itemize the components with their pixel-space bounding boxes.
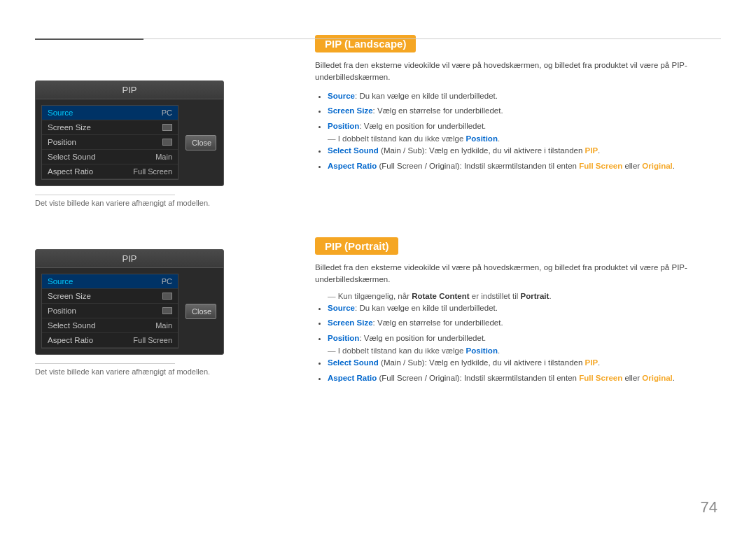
- portrait-note-line: [35, 363, 175, 364]
- landscape-sound-text: : Vælg en lydkilde, du vil aktivere i ti…: [425, 146, 585, 155]
- top-accent-line: [35, 38, 144, 40]
- portrait-ratio-mid: (Full Screen / Original): [377, 374, 459, 382]
- landscape-heading: PIP (Landscape): [315, 35, 416, 52]
- portrait-text-section: PIP (Portrait) Billedet fra den eksterne…: [315, 237, 721, 386]
- landscape-sound-mid: (Main / Sub): [379, 146, 425, 155]
- portrait-sound-term: Select Sound: [328, 358, 379, 367]
- pip-landscape-title: PIP: [36, 81, 223, 99]
- pip-source-row[interactable]: Source PC: [42, 106, 178, 120]
- portrait-source-term: Source: [328, 304, 355, 312]
- landscape-widget-section: PIP Source PC Screen Size: [35, 73, 273, 207]
- pip-position-row[interactable]: Position: [42, 135, 178, 150]
- landscape-sound-term: Select Sound: [328, 146, 379, 155]
- pip-landscape-menu: Source PC Screen Size Position: [41, 105, 178, 180]
- right-spacer: [315, 174, 721, 216]
- portrait-bullets-2: Select Sound (Main / Sub): Vælg en lydki…: [315, 356, 721, 385]
- landscape-sound-pip: PIP: [585, 146, 598, 155]
- landscape-intro: Billedet fra den eksterne videokilde vil…: [315, 59, 721, 84]
- pip-selectsound-value: Main: [155, 153, 172, 161]
- pip-landscape-close-container: Close: [184, 105, 218, 180]
- portrait-rotate-portrait-term: Portrait: [520, 292, 549, 300]
- portrait-note-rotate: Kun tilgængelig, når Rotate Content er i…: [315, 292, 721, 300]
- portrait-sound-mid: (Main / Sub): [379, 358, 425, 367]
- pip-aspectratio-value: Full Screen: [133, 167, 172, 176]
- portrait-ratio-hl2: Original: [642, 374, 672, 382]
- landscape-ratio-hl1: Full Screen: [579, 162, 622, 170]
- pip-portrait-aspectratio-row[interactable]: Aspect Ratio Full Screen: [42, 333, 178, 348]
- landscape-note: Det viste billede kan variere afhængigt …: [35, 195, 273, 207]
- portrait-bullet-screensize: Screen Size: Vælg en størrelse for under…: [328, 316, 721, 330]
- landscape-text-section: PIP (Landscape) Billedet fra den ekstern…: [315, 35, 721, 174]
- landscape-source-text: : Du kan vælge en kilde til underbillede…: [355, 92, 498, 100]
- portrait-intro: Billedet fra den eksterne videokilde vil…: [315, 262, 721, 286]
- landscape-source-term: Source: [328, 92, 355, 100]
- pip-portrait-screensize-row[interactable]: Screen Size: [42, 289, 178, 304]
- landscape-bullets: Source: Du kan vælge en kilde til underb…: [315, 90, 721, 134]
- pip-portrait-screensize-icon: [162, 293, 172, 300]
- portrait-position-text: : Vælg en position for underbilledet.: [359, 334, 486, 342]
- portrait-ratio-term: Aspect Ratio: [328, 374, 377, 382]
- portrait-screensize-text: : Vælg en størrelse for underbilledet.: [373, 318, 503, 327]
- landscape-bullet-source: Source: Du kan vælge en kilde til underb…: [328, 90, 721, 104]
- pip-portrait-source-value: PC: [162, 277, 172, 286]
- landscape-ratio-mid: (Full Screen / Original): [377, 162, 459, 170]
- landscape-bullet-ratio: Aspect Ratio (Full Screen / Original): I…: [328, 160, 721, 174]
- portrait-widget-section: PIP Source PC Screen Size: [35, 242, 273, 376]
- landscape-position-highlight: Position: [466, 134, 498, 143]
- landscape-ratio-text: : Indstil skærmtilstanden til enten: [460, 162, 580, 170]
- landscape-note-line: [35, 195, 175, 195]
- pip-source-value: PC: [162, 108, 172, 117]
- portrait-ratio-text: : Indstil skærmtilstanden til enten: [460, 374, 580, 382]
- portrait-ratio-or: eller: [622, 374, 642, 382]
- pip-portrait-selectsound-value: Main: [155, 321, 172, 330]
- portrait-sound-pip: PIP: [585, 358, 598, 367]
- landscape-sound-end: .: [598, 146, 600, 155]
- landscape-bullets-2: Select Sound (Main / Sub): Vælg en lydki…: [315, 144, 721, 173]
- right-column: PIP (Landscape) Billedet fra den ekstern…: [273, 28, 721, 513]
- pip-portrait-source-label: Source: [48, 277, 73, 286]
- left-column: PIP Source PC Screen Size: [35, 28, 273, 513]
- pip-portrait-aspectratio-label: Aspect Ratio: [48, 336, 93, 344]
- portrait-heading: PIP (Portrait): [315, 237, 398, 255]
- pip-portrait-menu: Source PC Screen Size Position: [41, 274, 178, 349]
- portrait-position-highlight: Position: [466, 346, 498, 355]
- landscape-note-text: Det viste billede kan variere afhængigt …: [35, 199, 210, 207]
- portrait-bullet-ratio: Aspect Ratio (Full Screen / Original): I…: [328, 372, 721, 386]
- pip-portrait-title: PIP: [36, 250, 223, 268]
- pip-position-icon: [162, 139, 172, 146]
- page-number: 74: [701, 498, 718, 517]
- portrait-bullet-position: Position: Vælg en position for underbill…: [328, 332, 721, 346]
- pip-screensize-row[interactable]: Screen Size: [42, 120, 178, 135]
- pip-landscape-body: Source PC Screen Size Position: [36, 99, 223, 185]
- pip-portrait-close-container: Close: [184, 274, 218, 349]
- pip-selectsound-row[interactable]: Select Sound Main: [42, 150, 178, 164]
- portrait-note-text: Det viste billede kan variere afhængigt …: [35, 367, 210, 376]
- pip-portrait-source-row[interactable]: Source PC: [42, 274, 178, 289]
- pip-landscape-widget: PIP Source PC Screen Size: [35, 80, 224, 186]
- landscape-ratio-hl2: Original: [642, 162, 672, 170]
- pip-portrait-position-label: Position: [48, 307, 76, 315]
- pip-aspectratio-row[interactable]: Aspect Ratio Full Screen: [42, 164, 178, 179]
- landscape-bullet-position: Position: Vælg en position for underbill…: [328, 120, 721, 134]
- landscape-ratio-term: Aspect Ratio: [328, 162, 377, 170]
- landscape-position-term: Position: [328, 122, 359, 130]
- landscape-bullet-screensize: Screen Size: Vælg en størrelse for under…: [328, 104, 721, 118]
- landscape-screensize-term: Screen Size: [328, 106, 373, 115]
- pip-landscape-close-button[interactable]: Close: [186, 135, 216, 150]
- pip-portrait-position-row[interactable]: Position: [42, 304, 178, 318]
- portrait-ratio-end: .: [673, 374, 675, 382]
- landscape-ratio-end: .: [673, 162, 675, 170]
- pip-portrait-body: Source PC Screen Size Position: [36, 268, 223, 354]
- portrait-note-position: I dobbelt tilstand kan du ikke vælge Pos…: [315, 346, 721, 355]
- pip-portrait-close-button[interactable]: Close: [186, 304, 216, 319]
- portrait-ratio-hl1: Full Screen: [579, 374, 622, 382]
- portrait-bullets: Source: Du kan vælge en kilde til underb…: [315, 302, 721, 346]
- pip-portrait-selectsound-row[interactable]: Select Sound Main: [42, 318, 178, 333]
- landscape-screensize-text: : Vælg en størrelse for underbilledet.: [373, 106, 503, 115]
- portrait-note: Det viste billede kan variere afhængigt …: [35, 363, 273, 376]
- portrait-bullet-source: Source: Du kan vælge en kilde til underb…: [328, 302, 721, 316]
- pip-portrait-widget: PIP Source PC Screen Size: [35, 249, 224, 355]
- pip-aspectratio-label: Aspect Ratio: [48, 167, 93, 176]
- landscape-position-text: : Vælg en position for underbilledet.: [359, 122, 486, 130]
- portrait-position-term: Position: [328, 334, 359, 342]
